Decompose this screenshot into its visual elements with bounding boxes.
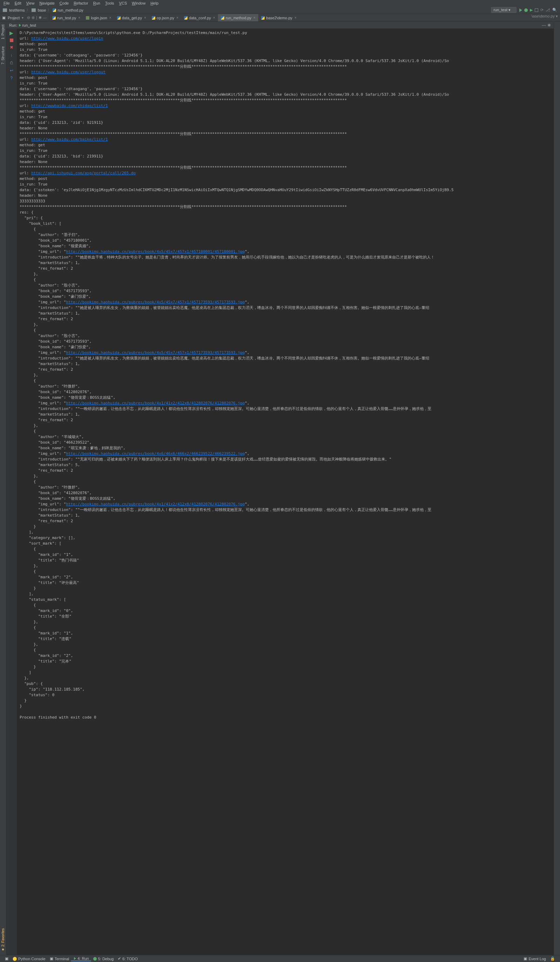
breadcrumb-folder[interactable]: base xyxy=(38,8,46,12)
nav-path: \ase\demo.py ▾ xyxy=(529,14,560,21)
run-gutter: ▶ ✖ ↓ ⎙ ↩ ? xyxy=(6,29,17,956)
tab-label: op.json.py xyxy=(157,16,174,20)
close-tab-icon[interactable]: × xyxy=(176,16,179,19)
menu-window[interactable]: Window xyxy=(130,0,148,6)
dropdown-icon[interactable]: ▾ xyxy=(22,16,24,19)
tab-run_test-py[interactable]: run_test.py× xyxy=(50,14,83,21)
tab-op-json-py[interactable]: op.json.py× xyxy=(149,14,181,21)
run-label: Run: xyxy=(9,23,17,27)
close-tab-icon[interactable]: × xyxy=(253,16,256,19)
tab-run_method-py[interactable]: run_method.py× xyxy=(218,14,258,21)
tab-label: run_method.py xyxy=(226,16,251,20)
git-icon[interactable]: ⎇ xyxy=(546,8,550,12)
tab-label: data_get.py xyxy=(122,16,142,20)
menu-bar: FileEditViewNavigateCodeRefactorRunTools… xyxy=(0,0,560,6)
chevron-icon: 〉 xyxy=(47,7,51,13)
tab-data_conf-py[interactable]: data_conf.py× xyxy=(181,14,218,21)
close-tab-icon[interactable]: × xyxy=(144,16,146,19)
collapse-icon[interactable]: ⊖ xyxy=(27,15,30,20)
tab-base2-demo-py[interactable]: base2\demo.py× xyxy=(258,14,299,21)
folder-icon xyxy=(3,8,7,12)
project-tool-button[interactable]: 1: Project xyxy=(1,23,5,41)
py-file-icon xyxy=(221,16,224,19)
chevron-icon: 〉 xyxy=(26,7,30,13)
close-tab-icon[interactable]: × xyxy=(79,16,80,19)
menu-view[interactable]: View xyxy=(24,0,37,6)
breadcrumb: testItems 〉 base 〉 run_method.py xyxy=(3,7,84,13)
menu-run[interactable]: Run xyxy=(91,0,102,6)
console-output[interactable]: D:\PycharmProjects\testItems\venv\Script… xyxy=(17,29,554,956)
tab-data_get-py[interactable]: data_get.py× xyxy=(114,14,149,21)
tab-label: run_test.py xyxy=(57,16,76,20)
menu-code[interactable]: Code xyxy=(58,0,71,6)
py-file-icon xyxy=(117,16,121,19)
run-item-name[interactable]: run_test xyxy=(22,23,36,27)
print-icon[interactable]: ⎙ xyxy=(10,60,13,65)
favorites-tool-button[interactable]: ★ 2: Favorites xyxy=(1,927,5,953)
close-tab-icon[interactable]: × xyxy=(213,16,215,19)
run-item-icon xyxy=(19,24,21,27)
project-label[interactable]: Project xyxy=(8,16,19,20)
menu-tools[interactable]: Tools xyxy=(103,0,116,6)
close-tab-icon[interactable]: × xyxy=(294,16,296,19)
breadcrumb-file[interactable]: run_method.py xyxy=(58,8,83,12)
run-panel-header: Run: run_test — ✱ xyxy=(6,22,554,29)
menu-edit[interactable]: Edit xyxy=(13,0,24,6)
run-icon[interactable] xyxy=(519,8,522,12)
stop-icon[interactable] xyxy=(10,39,13,42)
settings-icon[interactable]: ✱ xyxy=(39,15,42,20)
py-file-icon xyxy=(52,16,56,19)
rerun-icon[interactable]: ▶ xyxy=(10,30,13,36)
nav-toolbar: testItems 〉 base 〉 run_method.py run_tes… xyxy=(0,6,560,14)
folder-icon xyxy=(32,8,36,12)
menu-vcs[interactable]: VCS xyxy=(117,0,129,6)
structure-tool-button[interactable]: 7: Structure xyxy=(1,45,5,66)
py-file-icon xyxy=(261,16,265,19)
py-file-icon xyxy=(184,16,187,19)
project-tool-icon[interactable]: ▣ xyxy=(2,15,6,20)
json-file-icon xyxy=(86,16,89,19)
separator: | xyxy=(36,15,37,20)
tab-label: data_conf.py xyxy=(189,16,211,20)
hide-icon[interactable]: — xyxy=(43,15,47,20)
step-icon[interactable]: ✖ xyxy=(10,45,13,50)
py-file-icon xyxy=(152,16,155,19)
search-icon[interactable]: 🔍 xyxy=(552,8,557,12)
python-file-icon xyxy=(53,8,56,12)
update-icon[interactable]: ⟳ xyxy=(541,8,544,12)
help-icon[interactable]: ? xyxy=(10,76,13,81)
menu-file[interactable]: File xyxy=(2,0,12,6)
settings-icon[interactable]: ✱ xyxy=(547,23,551,28)
menu-help[interactable]: Help xyxy=(148,0,161,6)
tab-label: login.json xyxy=(91,16,107,20)
stop-icon[interactable] xyxy=(535,8,538,12)
wrap-icon[interactable]: ↩ xyxy=(10,68,13,73)
scroll-icon[interactable]: ↓ xyxy=(11,53,13,58)
tab-login-json[interactable]: login.json× xyxy=(83,14,114,21)
run-config-selector[interactable]: run_test ▾ xyxy=(491,7,517,13)
select-opened-icon[interactable]: ⊕ xyxy=(32,15,35,20)
attach-icon[interactable]: ▶ xyxy=(530,8,533,12)
right-tool-strip xyxy=(554,22,560,956)
minimize-icon[interactable]: — xyxy=(542,23,546,28)
debug-icon[interactable] xyxy=(524,8,528,12)
status-bar: ▣ ⬤ Python Console ▣ Terminal 4: Run 5: … xyxy=(0,955,560,956)
left-tool-strip: 1: Project 7: Structure ★ 2: Favorites xyxy=(0,22,6,956)
menu-refactor[interactable]: Refactor xyxy=(71,0,90,6)
tab-label: base2\demo.py xyxy=(266,16,292,20)
close-tab-icon[interactable]: × xyxy=(109,16,111,19)
breadcrumb-root[interactable]: testItems xyxy=(9,8,25,12)
menu-navigate[interactable]: Navigate xyxy=(37,0,56,6)
editor-tabs: ▣ Project ▾ ⊖ ⊕ | ✱ — run_test.py×login.… xyxy=(0,14,560,22)
